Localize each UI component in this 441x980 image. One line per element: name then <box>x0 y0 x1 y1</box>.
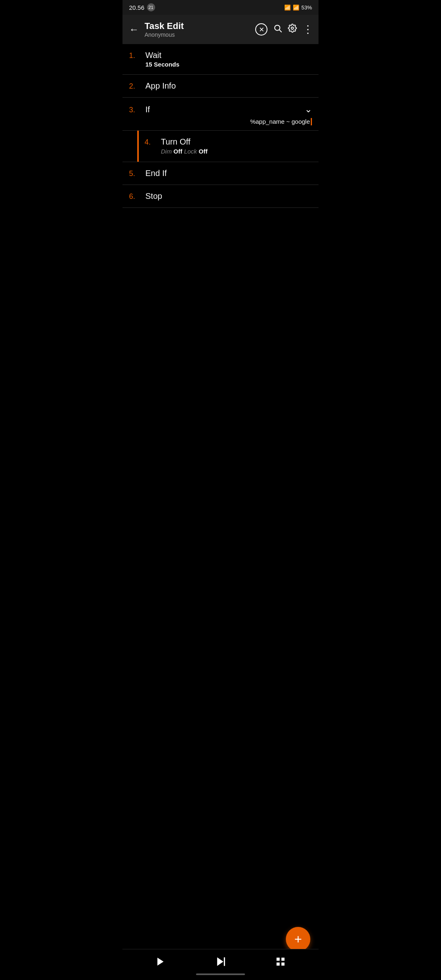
task-item[interactable]: 3. If ⌄ <box>122 98 318 116</box>
skip-next-icon <box>215 956 226 967</box>
cancel-button[interactable]: ✕ <box>255 23 267 36</box>
wifi-icon: 📶 <box>293 4 299 11</box>
task-title: End If <box>145 169 312 178</box>
grid-button[interactable] <box>271 955 290 971</box>
app-bar-title: Task Edit Anonymous <box>145 21 251 38</box>
task-item[interactable]: 5. End If <box>122 162 318 185</box>
condition-value: %app_name ~ google <box>250 118 310 125</box>
status-notification-count: 21 <box>147 3 155 11</box>
page-subtitle: Anonymous <box>145 31 251 38</box>
task-item[interactable]: 1. Wait 15 Seconds <box>122 44 318 75</box>
status-time: 20.56 <box>129 4 145 11</box>
more-options-button[interactable]: ⋮ <box>303 23 314 36</box>
task-content: App Info <box>145 81 312 91</box>
if-condition-row: %app_name ~ google <box>122 116 318 130</box>
skip-next-button[interactable] <box>211 954 230 972</box>
status-left: 20.56 21 <box>129 3 155 11</box>
task-subtitle: 15 Seconds <box>145 61 312 68</box>
home-indicator <box>196 973 245 975</box>
back-button[interactable]: ← <box>127 22 140 37</box>
task-title: Wait <box>145 51 312 60</box>
lock-value: Off <box>199 148 208 155</box>
app-bar-actions: ✕ ⋮ <box>255 23 314 36</box>
grid-icon <box>275 956 286 967</box>
search-icon <box>273 24 282 33</box>
add-task-button[interactable]: + <box>286 927 310 951</box>
play-button[interactable] <box>151 955 170 971</box>
gear-icon <box>288 24 297 33</box>
settings-button[interactable] <box>288 24 297 35</box>
play-icon <box>155 956 166 967</box>
task-content: Wait 15 Seconds <box>145 51 312 68</box>
bottom-nav <box>122 949 318 980</box>
dim-value: Off <box>174 148 184 155</box>
chevron-down-icon: ⌄ <box>305 104 312 115</box>
if-block: 3. If ⌄ %app_name ~ google <box>122 98 318 131</box>
status-right: 📶 📶 53% <box>284 4 312 11</box>
task-number: 6. <box>129 192 142 201</box>
task-number: 2. <box>129 82 142 91</box>
page-title: Task Edit <box>145 21 251 31</box>
app-bar: ← Task Edit Anonymous ✕ ⋮ <box>122 15 318 44</box>
task-title: Turn Off <box>161 137 312 147</box>
battery-status: 53% <box>301 4 312 11</box>
task-item-indented-wrapper: 4. Turn Off Dim Off Lock Off <box>122 131 318 162</box>
task-params: Dim Off Lock Off <box>161 148 312 155</box>
svg-rect-6 <box>276 958 280 961</box>
task-list: 1. Wait 15 Seconds 2. App Info 3. If ⌄ %… <box>122 44 318 208</box>
svg-rect-5 <box>224 958 225 966</box>
task-content: Stop <box>145 192 312 201</box>
svg-point-2 <box>291 27 294 29</box>
task-item[interactable]: 6. Stop <box>122 185 318 208</box>
dim-label: Dim <box>161 148 174 155</box>
task-item[interactable]: 4. Turn Off Dim Off Lock Off <box>139 131 318 162</box>
svg-rect-9 <box>281 962 285 966</box>
task-item[interactable]: 2. App Info <box>122 75 318 98</box>
status-bar: 20.56 21 📶 📶 53% <box>122 0 318 15</box>
svg-marker-3 <box>157 958 163 966</box>
lock-label: Lock <box>184 148 199 155</box>
task-number: 3. <box>129 106 142 114</box>
svg-marker-4 <box>217 958 223 966</box>
task-title: App Info <box>145 81 312 91</box>
task-number: 5. <box>129 169 142 178</box>
search-button[interactable] <box>273 24 282 35</box>
empty-area <box>122 208 318 257</box>
task-content: End If <box>145 169 312 178</box>
bluetooth-icon: 📶 <box>284 4 291 11</box>
svg-line-1 <box>279 30 281 32</box>
task-number: 4. <box>145 138 158 147</box>
task-title: If <box>145 105 305 114</box>
task-title: Stop <box>145 192 312 201</box>
task-number: 1. <box>129 51 142 60</box>
svg-rect-7 <box>281 958 285 961</box>
task-content: Turn Off Dim Off Lock Off <box>161 137 312 155</box>
svg-rect-8 <box>276 962 280 966</box>
task-content: If <box>145 105 305 114</box>
condition-cursor <box>311 118 312 125</box>
